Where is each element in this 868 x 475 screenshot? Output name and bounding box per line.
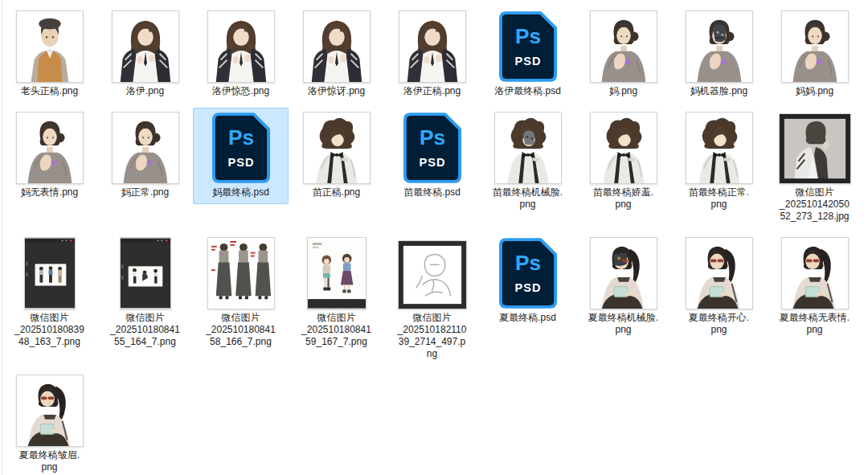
file-name-line: 妈妈.png [796,85,833,97]
psd-icon-ps-glyph: Ps [419,125,444,149]
thumbnail-art [781,10,849,83]
file-name-line: 洛伊惊恐.png [212,85,269,97]
file-name-line: 妈无表情.png [21,186,78,199]
psd-icon-ext-text: PSD [514,281,541,294]
file-name-line: png [19,461,80,473]
psd-icon-ps-glyph: Ps [514,251,540,275]
file-thumbnail [590,237,657,309]
file-item-image[interactable]: 苗最终稿机械脸.png [480,108,575,216]
file-item-image[interactable]: 洛伊.png [97,6,193,103]
file-name-line: _202510180841 [110,324,180,336]
file-name-line: png [780,324,850,336]
file-name-line: png [588,324,658,336]
photoshop-psd-file-icon: Ps PSD [498,237,558,309]
file-thumbnail [112,112,179,184]
file-name-label: 微信图片_20251018084159_167_7.png [301,312,371,348]
file-thumbnail [303,112,371,184]
file-item-image[interactable]: 微信图片_20251014205052_273_128.jpg [767,108,862,228]
file-name-line: png [689,199,749,211]
file-item-image[interactable]: 苗最终稿正常.png [671,108,767,216]
thumbnail-art [307,237,366,309]
file-item-image[interactable]: 妈.png [575,6,671,103]
file-name-label: 洛伊.png [126,85,164,97]
file-item-psd[interactable]: Ps PSD 洛伊最终稿.psd [480,6,575,103]
file-name-label: 微信图片_20251018211039_2714_497.png [398,312,467,360]
file-name-label: 夏最终稿开心.png [689,312,749,336]
thumbnail-art [16,112,84,184]
file-name-line: 微信图片 [14,312,84,324]
file-thumbnail [207,237,275,309]
file-thumbnail [112,10,179,83]
file-item-psd[interactable]: Ps PSD 苗最终稿.psd [384,108,480,204]
file-name-line: 夏最终稿开心. [689,312,749,324]
file-item-psd[interactable]: Ps PSD 夏最终稿.psd [480,233,575,330]
file-name-line: 洛伊最终稿.psd [494,85,561,97]
file-name-line: 妈最终稿.psd [212,186,269,199]
file-thumbnail [24,237,76,309]
file-item-image[interactable]: 妈正常.png [97,108,193,204]
thumbnail-art [398,240,467,309]
file-name-line: _202510180841 [206,324,276,336]
file-item-image[interactable]: 夏最终稿无表情.png [767,233,862,342]
file-name-line: 妈机器脸.png [690,85,747,97]
file-name-line: 55_164_7.png [110,336,180,348]
file-item-image[interactable]: 微信图片_20251018083948_163_7.png [2,233,97,354]
photoshop-psd-file-icon: Ps PSD [403,112,462,184]
file-item-image[interactable]: 洛伊惊讶.png [289,6,384,103]
file-name-label: 苗正稿.png [313,186,360,199]
file-thumbnail [781,10,849,83]
file-item-image[interactable]: 微信图片_20251018211039_2714_497.png [384,233,480,366]
file-name-line: 老头正稿.png [21,85,78,97]
psd-icon-ext-text: PSD [514,55,541,68]
file-name-label: 苗最终稿正常.png [689,186,749,211]
file-name-line: 苗正稿.png [313,186,360,199]
file-item-image[interactable]: 微信图片_20251018084158_166_7.png [193,233,289,354]
file-name-line: 58_166_7.png [206,336,276,348]
file-item-image[interactable]: 苗正稿.png [289,108,384,204]
file-item-image[interactable]: 夏最终稿皱眉.png [2,371,97,475]
thumbnail-art [16,10,84,83]
file-item-image[interactable]: 妈妈.png [767,6,862,103]
file-thumbnail [120,237,171,309]
thumbnail-art [399,10,466,83]
file-name-line: _202510180841 [301,324,371,336]
thumbnail-art [24,237,76,309]
file-name-line: 微信图片 [780,186,850,199]
file-name-label: 妈正常.png [121,186,169,199]
file-item-image[interactable]: 夏最终稿机械脸.png [575,233,671,342]
file-name-line: 妈正常.png [121,186,169,199]
thumbnail-art [781,237,849,309]
file-name-line: 微信图片 [398,312,467,324]
file-name-label: 妈.png [609,85,637,97]
thumbnail-art [779,113,851,184]
file-thumbnail [781,237,849,309]
file-name-line: 苗最终稿娇羞. [593,186,653,199]
file-name-line: 夏最终稿机械脸. [588,312,658,324]
file-name-label: 苗最终稿娇羞.png [593,186,653,211]
file-name-line: 微信图片 [206,312,276,324]
thumbnail-art [686,237,753,309]
file-item-image[interactable]: 洛伊正稿.png [384,6,480,103]
file-name-label: 微信图片_20251014205052_273_128.jpg [780,186,850,223]
file-name-label: 洛伊最终稿.psd [494,85,561,97]
file-item-image[interactable]: 洛伊惊恐.png [193,6,289,103]
file-item-image[interactable]: 妈机器脸.png [671,6,767,103]
file-item-image[interactable]: 微信图片_20251018084159_167_7.png [289,233,384,354]
file-name-line: png [493,199,563,211]
file-item-image[interactable]: 老头正稿.png [2,6,97,103]
file-name-label: 洛伊惊恐.png [212,85,269,97]
file-item-image[interactable]: 夏最终稿开心.png [671,233,767,342]
file-item-psd[interactable]: Ps PSD 妈最终稿.psd [193,108,289,204]
file-name-line: _202510180839 [14,324,84,336]
file-thumbnail [16,375,84,447]
file-name-line: 夏最终稿.psd [499,312,556,324]
thumbnail-art [590,10,657,83]
file-thumbnail [590,10,657,83]
file-item-image[interactable]: 苗最终稿娇羞.png [575,108,671,216]
file-name-line: 52_273_128.jpg [780,211,850,223]
psd-icon-ps-glyph: Ps [227,125,253,149]
file-name-label: 妈妈.png [796,85,833,97]
file-item-image[interactable]: 妈无表情.png [2,108,97,204]
psd-icon-ext-text: PSD [419,156,445,169]
file-item-image[interactable]: 微信图片_20251018084155_164_7.png [97,233,193,354]
